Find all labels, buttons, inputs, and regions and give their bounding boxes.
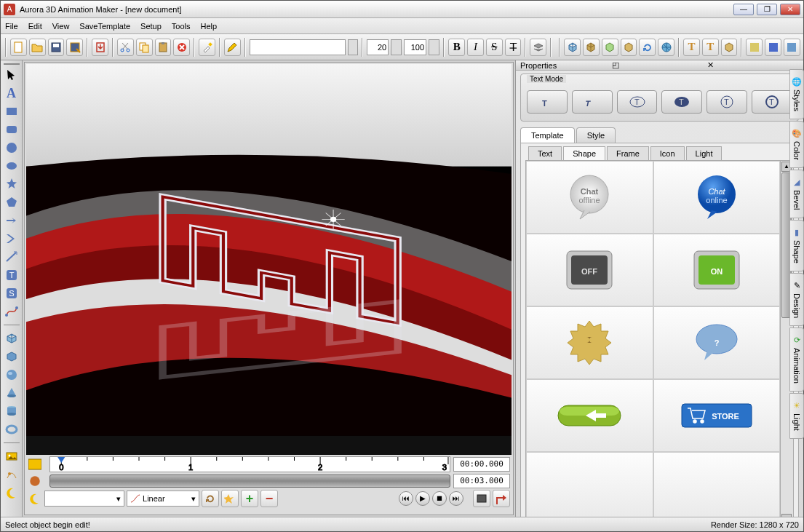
add-button[interactable]: + bbox=[241, 490, 258, 507]
sidetab-bevel[interactable]: ◢Bevel bbox=[789, 170, 803, 218]
shape-seal[interactable] bbox=[526, 306, 653, 379]
close-button[interactable]: ✕ bbox=[780, 4, 800, 15]
delete-button[interactable] bbox=[173, 39, 190, 56]
textmode-3[interactable]: T bbox=[617, 90, 658, 114]
3d-roundcube-tool[interactable] bbox=[4, 349, 20, 365]
shape-question[interactable]: ? bbox=[653, 306, 781, 379]
shape-chat-offline[interactable]: Chatoffline bbox=[526, 161, 653, 234]
refresh-button[interactable] bbox=[639, 39, 656, 56]
circle-tool[interactable] bbox=[4, 140, 20, 156]
export-button[interactable] bbox=[92, 39, 108, 56]
height-spinner[interactable] bbox=[429, 39, 439, 55]
export-arrow-button[interactable] bbox=[493, 490, 510, 507]
menu-view[interactable]: View bbox=[52, 22, 70, 31]
chevron-tool[interactable] bbox=[4, 231, 20, 247]
sidetab-color[interactable]: 🎨Color bbox=[789, 121, 803, 168]
sidetab-animation[interactable]: ⟳Animation bbox=[789, 327, 803, 392]
textmode-1[interactable]: T bbox=[527, 90, 568, 114]
moon-icon[interactable] bbox=[28, 491, 42, 506]
3d-sphere-tool[interactable] bbox=[4, 367, 20, 383]
text-a-tool[interactable]: A bbox=[4, 85, 20, 101]
last-button[interactable]: ⏭ bbox=[449, 491, 463, 506]
curve-tool[interactable] bbox=[4, 303, 20, 319]
play-button[interactable]: ▶ bbox=[415, 491, 430, 506]
reload-button[interactable] bbox=[202, 490, 219, 507]
pencil-button[interactable] bbox=[224, 39, 241, 56]
sidetab-shape[interactable]: ▮Shape bbox=[789, 220, 803, 271]
sidetab-styles[interactable]: 🌐Styles bbox=[789, 69, 803, 119]
3d-torus-tool[interactable] bbox=[4, 421, 20, 437]
total-time[interactable]: 00:03.000 bbox=[453, 474, 510, 488]
fontsize-box[interactable]: 20 bbox=[367, 39, 389, 55]
cut-button[interactable] bbox=[117, 39, 134, 56]
3d-cube1-button[interactable] bbox=[564, 39, 581, 56]
text-effect-button[interactable]: T̶ bbox=[505, 39, 522, 56]
tab-style[interactable]: Style bbox=[576, 127, 616, 143]
paste-button[interactable] bbox=[155, 39, 172, 56]
font-dropdown-button[interactable] bbox=[348, 39, 357, 55]
strikethrough-button[interactable]: S bbox=[486, 39, 503, 56]
shape-store[interactable]: STORE bbox=[653, 379, 781, 452]
height-box[interactable]: 100 bbox=[404, 39, 426, 55]
sidetab-design[interactable]: ✎Design bbox=[789, 273, 803, 326]
globe-button[interactable] bbox=[658, 39, 674, 56]
maximize-button[interactable]: ❐ bbox=[757, 4, 777, 15]
dock-button[interactable]: ◰ bbox=[612, 60, 704, 70]
star-tool[interactable] bbox=[4, 176, 20, 192]
bold-button[interactable]: B bbox=[448, 39, 465, 56]
3d-cylinder-tool[interactable] bbox=[4, 403, 20, 419]
color2-button[interactable] bbox=[765, 39, 781, 56]
fx-button[interactable] bbox=[221, 490, 239, 507]
menu-savetemplate[interactable]: SaveTemplate bbox=[79, 22, 130, 31]
subtab-light[interactable]: Light bbox=[686, 146, 723, 160]
text-s-tool[interactable]: S bbox=[4, 285, 20, 301]
shape-on-button[interactable]: ON bbox=[653, 234, 781, 306]
select-tool[interactable] bbox=[4, 67, 20, 83]
layers-button[interactable] bbox=[530, 39, 546, 56]
svg-edit-tool[interactable] bbox=[4, 467, 20, 483]
moon-tool[interactable] bbox=[4, 485, 20, 501]
font-combo[interactable] bbox=[250, 39, 346, 55]
italic-button[interactable]: I bbox=[467, 39, 484, 56]
menu-tools[interactable]: Tools bbox=[172, 22, 191, 31]
object-combo[interactable]: ▾ bbox=[44, 491, 124, 507]
color1-button[interactable] bbox=[746, 39, 763, 56]
textmode-2[interactable]: T bbox=[572, 90, 613, 114]
menu-setup[interactable]: Setup bbox=[140, 22, 162, 31]
fontsize-spinner[interactable] bbox=[391, 39, 402, 55]
subtab-frame[interactable]: Frame bbox=[607, 146, 649, 160]
color3-button[interactable] bbox=[784, 39, 800, 56]
roundrect-tool[interactable] bbox=[4, 122, 20, 138]
arrow-tool[interactable] bbox=[4, 213, 20, 229]
first-button[interactable]: ⏮ bbox=[399, 491, 413, 506]
3d-box2-button[interactable] bbox=[721, 39, 738, 56]
copy-button[interactable] bbox=[136, 39, 153, 56]
sidetab-light[interactable]: ☀Light bbox=[789, 393, 803, 439]
text-t-tool[interactable]: T bbox=[4, 267, 20, 283]
shape-empty2[interactable] bbox=[653, 452, 781, 517]
current-time[interactable]: 00:00.000 bbox=[453, 457, 510, 472]
polygon-tool[interactable] bbox=[4, 194, 20, 210]
rect-tool[interactable] bbox=[4, 103, 20, 119]
timeline-ball-icon[interactable] bbox=[28, 475, 42, 487]
textmode-4[interactable]: T bbox=[661, 90, 702, 114]
3d-cube-tool[interactable] bbox=[4, 330, 20, 346]
minimize-button[interactable]: — bbox=[733, 4, 754, 15]
menu-edit[interactable]: Edit bbox=[28, 22, 42, 31]
save-as-button[interactable] bbox=[66, 39, 83, 56]
3d-cube3-button[interactable] bbox=[602, 39, 618, 56]
textmode-5[interactable]: T bbox=[707, 90, 747, 114]
close-panel-button[interactable]: ✕ bbox=[707, 60, 799, 70]
save-button[interactable] bbox=[48, 39, 65, 56]
shape-empty1[interactable] bbox=[526, 452, 653, 517]
timeline-track[interactable] bbox=[49, 475, 450, 488]
tab-template[interactable]: Template bbox=[520, 127, 575, 143]
easing-combo[interactable]: Linear▾ bbox=[127, 491, 199, 507]
menu-file[interactable]: File bbox=[5, 22, 18, 31]
subtab-icon[interactable]: Icon bbox=[650, 146, 685, 160]
shape-back-pill[interactable] bbox=[526, 379, 653, 452]
menu-help[interactable]: Help bbox=[201, 22, 218, 31]
subtab-text[interactable]: Text bbox=[528, 146, 562, 160]
3d-cube2-button[interactable] bbox=[583, 39, 600, 56]
remove-button[interactable]: − bbox=[260, 490, 278, 507]
